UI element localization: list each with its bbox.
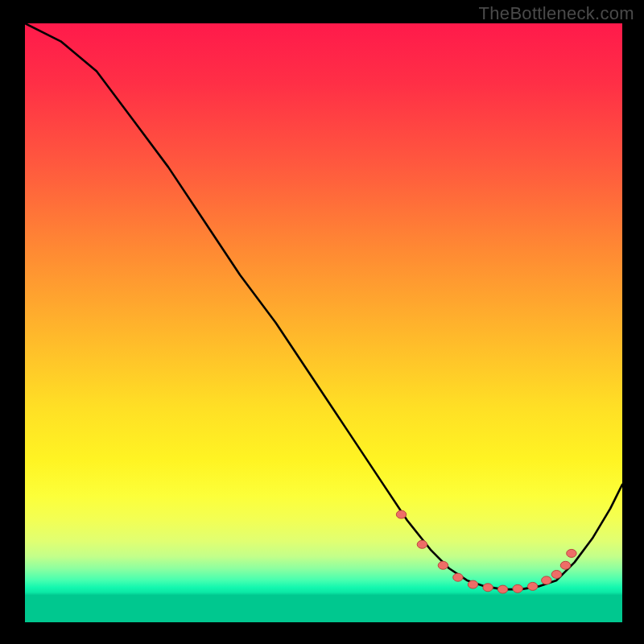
data-marker <box>497 585 507 593</box>
data-marker <box>468 580 477 588</box>
bottleneck-curve <box>25 23 622 589</box>
data-marker <box>528 582 538 590</box>
data-marker <box>396 510 406 518</box>
chart-frame: TheBottleneck.com <box>0 0 644 644</box>
marker-group <box>396 510 576 593</box>
data-marker <box>551 571 561 579</box>
data-marker <box>453 573 463 581</box>
data-marker <box>483 584 493 592</box>
chart-svg <box>25 23 622 622</box>
watermark-text: TheBottleneck.com <box>479 3 634 24</box>
data-marker <box>542 576 551 584</box>
data-marker <box>417 540 427 548</box>
data-marker <box>513 584 522 592</box>
data-marker <box>560 561 570 569</box>
data-marker <box>438 561 448 569</box>
plot-area <box>25 23 622 622</box>
data-marker <box>567 549 576 557</box>
